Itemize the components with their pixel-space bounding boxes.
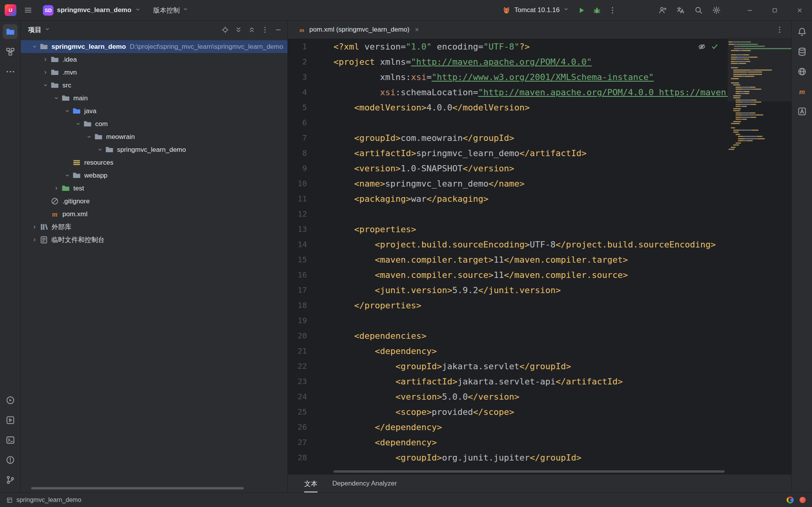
tree-item-resources[interactable]: resources <box>21 156 287 169</box>
code-line-24[interactable]: <version>5.0.0</version> <box>333 389 728 404</box>
code-line-9[interactable]: <version>1.0-SNAPSHOT</version> <box>333 161 728 176</box>
tree-item-[interactable]: 临时文件和控制台 <box>21 233 287 246</box>
tree-item-springmvc_learn_demo[interactable]: springmvc_learn_demo <box>21 143 287 156</box>
code-line-12[interactable] <box>333 206 728 222</box>
code-line-27[interactable]: <dependency> <box>333 435 728 450</box>
maximize-icon[interactable] <box>762 0 787 20</box>
code-with-me-icon[interactable] <box>655 3 670 18</box>
chevron-right-icon[interactable] <box>29 221 39 233</box>
tab-dependency-analyzer[interactable]: Dependency Analyzer <box>332 475 397 493</box>
code-line-18[interactable]: </properties> <box>333 298 728 313</box>
tree-item-.idea[interactable]: .idea <box>21 53 287 66</box>
tab-text-view[interactable]: 文本 <box>304 475 317 493</box>
chevron-right-icon[interactable] <box>40 53 50 66</box>
maven-icon[interactable]: m <box>794 84 809 99</box>
more-run-actions-button[interactable] <box>605 3 619 17</box>
minimap[interactable] <box>728 39 791 474</box>
code-line-3[interactable]: xmlns:xsi="http://www.w3.org/2001/XMLSch… <box>333 69 728 85</box>
chevron-down-icon[interactable] <box>84 130 94 143</box>
code-line-23[interactable]: <artifactId>jakarta.servlet-api</artifac… <box>333 374 728 389</box>
chevron-down-icon[interactable] <box>95 143 105 156</box>
notifications-icon[interactable] <box>794 24 809 39</box>
code-line-14[interactable]: <project.build.sourceEncoding>UTF-8</pro… <box>333 237 728 252</box>
chevron-down-icon[interactable] <box>62 169 72 182</box>
problems-icon[interactable] <box>3 452 18 467</box>
code-line-20[interactable]: <dependencies> <box>333 328 728 343</box>
tree-item-webapp[interactable]: webapp <box>21 169 287 182</box>
code-line-28[interactable]: <groupId>org.junit.jupiter</groupId> <box>333 450 728 465</box>
close-window-icon[interactable] <box>787 0 812 20</box>
version-control-icon[interactable] <box>3 472 18 487</box>
code-line-13[interactable]: <properties> <box>333 222 728 237</box>
structure-icon[interactable] <box>3 44 18 59</box>
code-line-19[interactable] <box>333 313 728 328</box>
run-tool-icon[interactable] <box>3 393 18 407</box>
tree-item-pom.xml[interactable]: mpom.xml <box>21 208 287 221</box>
tree-item-.mvn[interactable]: .mvn <box>21 66 287 79</box>
editor-tab-pom-xml[interactable]: m pom.xml (springmvc_learn_demo) <box>293 21 426 39</box>
debug-button[interactable] <box>590 3 604 17</box>
hide-icon[interactable] <box>272 24 284 36</box>
code-line-7[interactable]: <groupId>com.meowrain</groupId> <box>333 130 728 146</box>
notification-dot-icon[interactable] <box>800 497 806 503</box>
search-icon[interactable] <box>691 3 706 18</box>
code-line-22[interactable]: <groupId>jakarta.servlet</groupId> <box>333 359 728 374</box>
more-h-icon[interactable] <box>3 64 18 79</box>
google-translate-icon[interactable] <box>787 496 794 503</box>
editor-code[interactable]: <?xml version="1.0" encoding="UTF-8"?><p… <box>333 39 728 474</box>
collapse-all-icon[interactable] <box>245 24 258 36</box>
vcs-widget[interactable]: 版本控制 <box>150 4 191 17</box>
run-config-selector[interactable]: Tomcat 10.1.16 <box>498 4 573 17</box>
tab-options-icon[interactable] <box>772 22 787 37</box>
project-widget[interactable]: SD springmvc_learn_demo <box>40 3 144 18</box>
editor-horizontal-scrollbar[interactable] <box>333 470 725 473</box>
settings-icon[interactable] <box>709 3 724 18</box>
chevron-down-icon[interactable] <box>51 92 61 105</box>
locate-icon[interactable] <box>219 24 231 36</box>
chevron-down-icon[interactable] <box>73 117 83 130</box>
chevron-down-icon[interactable] <box>44 26 50 34</box>
tree-item-springmvc_learn_demo[interactable]: springmvc_learn_demoD:\project\spring_mv… <box>21 40 287 53</box>
tree-item-src[interactable]: src <box>21 79 287 92</box>
code-line-21[interactable]: <dependency> <box>333 343 728 359</box>
code-line-26[interactable]: </dependency> <box>333 420 728 435</box>
minimize-icon[interactable] <box>737 0 762 20</box>
tree-item-[interactable]: 外部库 <box>21 221 287 233</box>
tree-item-java[interactable]: java <box>21 105 287 117</box>
tree-item-test[interactable]: test <box>21 182 287 195</box>
chevron-down-icon[interactable] <box>62 105 72 117</box>
more-icon[interactable] <box>259 24 271 36</box>
code-line-6[interactable] <box>333 115 728 130</box>
code-line-8[interactable]: <artifactId>springmvc_learn_demo</artifa… <box>333 146 728 161</box>
code-line-1[interactable]: <?xml version="1.0" encoding="UTF-8"?> <box>333 39 728 54</box>
code-line-2[interactable]: <project xmlns="http://maven.apache.org/… <box>333 54 728 69</box>
run-button[interactable] <box>574 3 588 17</box>
project-horizontal-scrollbar[interactable] <box>31 487 244 489</box>
project-icon[interactable] <box>3 24 18 39</box>
tree-item-meowrain[interactable]: meowrain <box>21 130 287 143</box>
services-icon[interactable] <box>3 413 18 427</box>
web-icon[interactable] <box>794 64 809 79</box>
chevron-down-icon[interactable] <box>29 40 39 53</box>
main-menu-button[interactable] <box>20 2 36 18</box>
chevron-right-icon[interactable] <box>51 182 61 195</box>
chevron-right-icon[interactable] <box>29 233 39 246</box>
code-line-10[interactable]: <name>springmvc_learn_demo</name> <box>333 176 728 191</box>
no-problems-check-icon[interactable] <box>711 43 719 51</box>
expand-all-icon[interactable] <box>232 24 245 36</box>
tree-item-com[interactable]: com <box>21 117 287 130</box>
code-line-5[interactable]: <modelVersion>4.0.0</modelVersion> <box>333 100 728 115</box>
code-line-15[interactable]: <maven.compiler.target>11</maven.compile… <box>333 252 728 267</box>
code-line-11[interactable]: <packaging>war</packaging> <box>333 191 728 206</box>
terminal-icon[interactable] <box>3 432 18 447</box>
close-tab-icon[interactable] <box>413 26 421 34</box>
code-line-17[interactable]: <junit.version>5.9.2</junit.version> <box>333 283 728 298</box>
database-icon[interactable] <box>794 44 809 59</box>
highlighting-level-icon[interactable] <box>698 43 706 51</box>
chevron-right-icon[interactable] <box>40 66 50 79</box>
translation-icon[interactable] <box>794 104 809 119</box>
tree-item-main[interactable]: main <box>21 92 287 105</box>
code-line-4[interactable]: xsi:schemaLocation="http://maven.apache.… <box>333 85 728 100</box>
code-line-25[interactable]: <scope>provided</scope> <box>333 404 728 420</box>
code-line-16[interactable]: <maven.compiler.source>11</maven.compile… <box>333 267 728 283</box>
